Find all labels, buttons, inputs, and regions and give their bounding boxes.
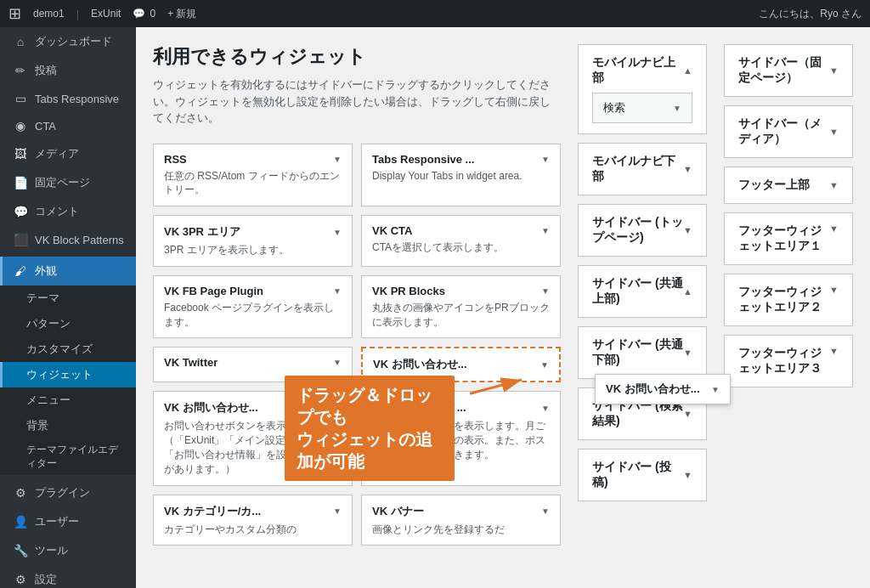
area-footer-2-arrow: ▼ bbox=[829, 285, 839, 295]
tools-icon: 🔧 bbox=[13, 544, 28, 557]
sidebar-item-tabs-responsive[interactable]: ▭ Tabs Responsive bbox=[0, 85, 136, 112]
widget-grid: RSS ▼ 任意の RSS/Atom フィードからのエントリー。 Tabs Re… bbox=[153, 144, 561, 546]
sidebar-item-media[interactable]: 🖼 メディア bbox=[0, 139, 136, 168]
area-sidebar-posts[interactable]: サイドバー (投稿) ▼ bbox=[578, 449, 707, 501]
widget-vk-fb[interactable]: VK FB Page Plugin ▼ Facebook ページプラグインを表示… bbox=[153, 275, 353, 339]
sidebar-item-customize[interactable]: カスタマイズ bbox=[0, 336, 136, 362]
inner-search-arrow: ▼ bbox=[673, 104, 681, 113]
comments-sidebar-icon: 💬 bbox=[13, 205, 28, 218]
widget-3pr-arrow: ▼ bbox=[333, 228, 342, 237]
widget-vk-cta[interactable]: VK CTA ▼ CTAを選択して表示します。 bbox=[361, 215, 561, 267]
widget-vk-banner[interactable]: VK バナー ▼ 画像とリンク先を登録するだ bbox=[361, 495, 561, 546]
area-footer-top[interactable]: フッター上部 ▼ bbox=[724, 167, 853, 204]
sidebar-item-appearance[interactable]: 🖌 外観 bbox=[0, 257, 136, 286]
widget-inquiry-drag-arrow: ▼ bbox=[540, 360, 549, 370]
area-sidebar-top[interactable]: サイドバー (トップページ) ▼ bbox=[578, 204, 707, 257]
user-greeting: こんにちは、Ryo さん bbox=[759, 7, 862, 21]
area-footer-top-arrow: ▼ bbox=[829, 180, 839, 190]
widget-vk-3pr[interactable]: VK 3PR エリア ▼ 3PR エリアを表示します。 bbox=[153, 215, 353, 267]
area-mobile-nav-bottom[interactable]: モバイルナビ下部 ▼ bbox=[578, 143, 707, 195]
widget-category-arrow: ▼ bbox=[333, 506, 342, 516]
sidebar-item-tools[interactable]: 🔧 ツール bbox=[0, 536, 136, 565]
area-media-arrow: ▼ bbox=[829, 127, 839, 137]
appearance-submenu: テーマ パターン カスタマイズ ウィジェット メニュー 背景 bbox=[0, 286, 136, 475]
posts-icon: ✏ bbox=[13, 64, 28, 77]
page-title: 利用できるウィジェット bbox=[153, 44, 561, 70]
area-footer-widget-3[interactable]: フッターウィジェットエリア３ ▼ bbox=[724, 335, 853, 387]
widget-rss-arrow: ▼ bbox=[333, 155, 342, 164]
sidebar-item-posts[interactable]: ✏ 投稿 bbox=[0, 56, 136, 85]
area-mobile-bottom-arrow: ▼ bbox=[683, 164, 692, 174]
widget-vk-category[interactable]: VK カテゴリー/カ... ▼ カテゴリーやカスタム分類の bbox=[153, 495, 353, 546]
widget-twitter-arrow: ▼ bbox=[333, 358, 342, 367]
top-bar: ⊞ demo1 | ExUnit 💬 0 + 新規 こんにちは、Ryo さん bbox=[0, 0, 870, 27]
widget-fb-arrow: ▼ bbox=[333, 286, 342, 296]
drag-annotation-box: ドラッグ＆ドロップでも ウィジェットの追加が可能 bbox=[285, 376, 455, 481]
area-sidebar-fixed[interactable]: サイドバー（固定ページ） ▼ bbox=[724, 44, 853, 97]
area-search-arrow: ▼ bbox=[683, 409, 692, 419]
site-name[interactable]: demo1 bbox=[33, 8, 65, 20]
sidebar-item-plugins[interactable]: ⚙ プラグイン bbox=[0, 478, 136, 507]
sidebar-item-background[interactable]: 背景 bbox=[0, 413, 136, 438]
widget-tabs-arrow: ▼ bbox=[541, 155, 550, 164]
widget-banner-arrow: ▼ bbox=[541, 506, 550, 516]
settings-icon: ⚙ bbox=[13, 573, 28, 586]
sidebar-item-themes[interactable]: テーマ bbox=[0, 286, 136, 311]
area-sidebar-media[interactable]: サイドバー（メディア） ▼ bbox=[724, 105, 853, 158]
wp-logo-icon[interactable]: ⊞ bbox=[8, 4, 21, 23]
sidebar-item-patterns[interactable]: パターン bbox=[0, 311, 136, 336]
area-footer-3-arrow: ▼ bbox=[829, 346, 839, 356]
sidebar-item-pages[interactable]: 📄 固定ページ bbox=[0, 168, 136, 197]
widget-areas-right-col: サイドバー（固定ページ） ▼ サイドバー（メディア） ▼ bbox=[724, 44, 853, 546]
block-patterns-icon: ⬛ bbox=[13, 233, 28, 246]
appearance-icon: 🖌 bbox=[13, 264, 28, 278]
area-mobile-nav-top[interactable]: モバイルナビ上部 ▲ 検索 ▼ bbox=[578, 44, 707, 134]
comments-link[interactable]: 💬 0 bbox=[133, 8, 155, 20]
area-posts-arrow: ▼ bbox=[683, 470, 692, 480]
floating-widget-arrow: ▼ bbox=[711, 385, 720, 394]
widget-pr-arrow: ▼ bbox=[541, 286, 550, 296]
area-sidebar-top-arrow: ▼ bbox=[683, 225, 692, 235]
area-sidebar-common-bottom[interactable]: サイドバー (共通下部) ▼ bbox=[578, 326, 707, 379]
media-icon: 🖼 bbox=[13, 147, 28, 161]
sidebar-item-comments[interactable]: 💬 コメント bbox=[0, 197, 136, 226]
page-description: ウィジェットを有効化するにはサイドバーにドラッグするかクリックしてください。ウィ… bbox=[153, 76, 561, 127]
pages-icon: 📄 bbox=[13, 176, 28, 189]
floating-dragged-widget[interactable]: VK お問い合わせ... ▼ bbox=[595, 374, 731, 404]
main-content: 利用できるウィジェット ウィジェットを有効化するにはサイドバーにドラッグするかク… bbox=[136, 27, 870, 588]
sidebar-item-users[interactable]: 👤 ユーザー bbox=[0, 507, 136, 536]
area-footer-1-arrow: ▼ bbox=[829, 223, 839, 234]
cta-icon: ◉ bbox=[13, 119, 28, 133]
svg-line-1 bbox=[470, 380, 522, 393]
widget-vk-pr-blocks[interactable]: VK PR Blocks ▼ 丸抜きの画像やアイコンをPRブロックに表示します。 bbox=[361, 275, 561, 339]
sidebar-item-cta[interactable]: ◉ CTA bbox=[0, 112, 136, 139]
widget-archive-arrow: ▼ bbox=[541, 404, 550, 413]
dashboard-icon: ⌂ bbox=[13, 35, 28, 48]
area-footer-widget-2[interactable]: フッターウィジェットエリア２ ▼ bbox=[724, 274, 853, 326]
new-content-button[interactable]: + 新規 bbox=[167, 7, 196, 21]
sidebar-item-widgets[interactable]: ウィジェット bbox=[0, 362, 136, 387]
widget-tabs-responsive[interactable]: Tabs Responsive ... ▼ Display Your Tabs … bbox=[361, 144, 561, 207]
area-sidebar-common-top[interactable]: サイドバー (共通上部) ▲ bbox=[578, 265, 707, 318]
area-mobile-top-inner-search[interactable]: 検索 ▼ bbox=[592, 93, 692, 123]
widget-rss[interactable]: RSS ▼ 任意の RSS/Atom フィードからのエントリー。 bbox=[153, 144, 353, 207]
sidebar-item-menus[interactable]: メニュー bbox=[0, 387, 136, 413]
widget-cta-arrow: ▼ bbox=[541, 226, 550, 235]
sidebar-item-vk-block-patterns[interactable]: ⬛ VK Block Patterns bbox=[0, 226, 136, 253]
tabs-icon: ▭ bbox=[13, 92, 28, 105]
users-icon: 👤 bbox=[13, 515, 28, 529]
area-footer-widget-1[interactable]: フッターウィジェットエリア１ ▼ bbox=[724, 212, 853, 265]
exunit-link[interactable]: ExUnit bbox=[91, 8, 121, 20]
sidebar-item-dashboard[interactable]: ⌂ ダッシュボード bbox=[0, 27, 136, 56]
widget-areas-left-col: モバイルナビ上部 ▲ 検索 ▼ bbox=[578, 44, 707, 546]
sidebar-item-theme-file-editor[interactable]: テーマファイルエディター bbox=[0, 438, 136, 475]
widget-areas: モバイルナビ上部 ▲ 検索 ▼ bbox=[578, 44, 853, 546]
area-common-top-arrow: ▲ bbox=[683, 286, 692, 297]
sidebar: ⌂ ダッシュボード ✏ 投稿 ▭ Tabs Responsive ◉ CTA 🖼… bbox=[0, 27, 136, 588]
sidebar-item-settings[interactable]: ⚙ 設定 bbox=[0, 565, 136, 588]
area-common-bottom-arrow: ▼ bbox=[683, 348, 692, 358]
area-fixed-arrow: ▼ bbox=[829, 65, 839, 76]
plugins-icon: ⚙ bbox=[13, 486, 28, 500]
comments-icon: 💬 bbox=[133, 8, 145, 20]
area-mobile-top-arrow: ▲ bbox=[683, 65, 692, 76]
